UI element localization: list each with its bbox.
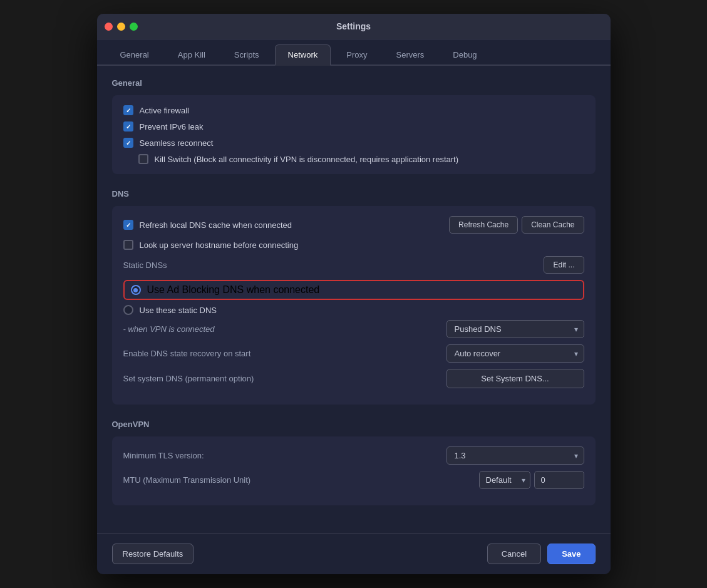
lookup-server-row: Look up server hostname before connectin…: [123, 240, 584, 250]
titlebar: Settings: [97, 14, 611, 39]
static-dns-row: Static DNSs Edit ...: [123, 256, 584, 274]
tls-version-row: Minimum TLS version: 1.3: [123, 446, 584, 465]
mtu-inputs: Default: [479, 471, 584, 489]
refresh-dns-label-group: Refresh local DNS cache when connected: [123, 220, 443, 230]
kill-switch-checkbox[interactable]: [138, 154, 148, 164]
refresh-cache-button[interactable]: Refresh Cache: [449, 216, 518, 234]
ad-blocking-dns-label: Use Ad Blocking DNS when connected: [147, 284, 320, 296]
general-section: General Active firewall Prevent IPv6 lea…: [112, 78, 596, 174]
mtu-value-input[interactable]: [534, 471, 584, 489]
dns-recovery-dropdown[interactable]: Auto recover: [446, 344, 584, 363]
active-firewall-row: Active firewall: [123, 105, 584, 115]
mtu-label: MTU (Maximum Transmission Unit): [123, 475, 251, 485]
settings-content: General Active firewall Prevent IPv6 lea…: [97, 66, 611, 533]
when-vpn-label: - when VPN is connected: [123, 324, 215, 334]
seamless-reconnect-row: Seamless reconnect: [123, 138, 584, 148]
refresh-dns-label: Refresh local DNS cache when connected: [140, 220, 292, 230]
dns-section-title: DNS: [112, 189, 596, 199]
kill-switch-row: Kill Switch (Block all connectivity if V…: [123, 154, 584, 164]
lookup-server-checkbox[interactable]: [123, 240, 133, 250]
seamless-reconnect-label: Seamless reconnect: [140, 138, 214, 148]
tab-general[interactable]: General: [107, 44, 162, 64]
restore-defaults-button[interactable]: Restore Defaults: [112, 544, 194, 564]
lookup-server-label: Look up server hostname before connectin…: [140, 240, 299, 250]
dns-section: DNS Refresh local DNS cache when connect…: [112, 189, 596, 405]
openvpn-section-box: Minimum TLS version: 1.3 MTU (Maximum Tr…: [112, 436, 596, 505]
ad-blocking-dns-wrapper: Use Ad Blocking DNS when connected: [123, 280, 584, 300]
set-system-dns-row: Set system DNS (permanent option) Set Sy…: [123, 369, 584, 388]
general-section-box: Active firewall Prevent IPv6 leak Seamle…: [112, 95, 596, 174]
dns-recovery-dropdown-wrapper: Auto recover: [446, 344, 584, 363]
seamless-reconnect-checkbox[interactable]: [123, 138, 133, 148]
set-system-dns-button[interactable]: Set System DNS...: [446, 369, 584, 388]
mtu-type-wrapper: Default: [479, 471, 530, 489]
tab-servers[interactable]: Servers: [383, 44, 437, 64]
close-button[interactable]: [105, 23, 113, 31]
tab-network[interactable]: Network: [275, 44, 331, 66]
when-vpn-dropdown-wrapper: Pushed DNS: [446, 320, 584, 338]
save-button[interactable]: Save: [547, 544, 595, 564]
tls-version-label: Minimum TLS version:: [123, 451, 204, 460]
active-firewall-label: Active firewall: [140, 106, 189, 115]
kill-switch-label: Kill Switch (Block all connectivity if V…: [155, 155, 459, 164]
refresh-dns-row: Refresh local DNS cache when connected R…: [123, 216, 584, 234]
prevent-ipv6-row: Prevent IPv6 leak: [123, 121, 584, 132]
mtu-row: MTU (Maximum Transmission Unit) Default: [123, 471, 584, 489]
edit-button[interactable]: Edit ...: [544, 256, 584, 274]
set-system-dns-label: Set system DNS (permanent option): [123, 374, 254, 383]
ad-blocking-dns-row[interactable]: Use Ad Blocking DNS when connected: [123, 280, 584, 300]
tab-bar: General App Kill Scripts Network Proxy S…: [97, 39, 611, 66]
prevent-ipv6-label: Prevent IPv6 leak: [140, 122, 204, 132]
ad-blocking-dns-radio[interactable]: [131, 285, 141, 295]
when-vpn-dropdown[interactable]: Pushed DNS: [446, 320, 584, 338]
footer-right-buttons: Cancel Save: [487, 544, 596, 564]
static-dns-radio[interactable]: [123, 305, 133, 315]
minimize-button[interactable]: [117, 23, 125, 31]
tls-version-dropdown-wrapper: 1.3: [446, 446, 584, 465]
when-vpn-row: - when VPN is connected Pushed DNS: [123, 320, 584, 338]
static-dns-radio-label: Use these static DNS: [140, 306, 217, 315]
clean-cache-button[interactable]: Clean Cache: [522, 216, 584, 234]
tab-scripts[interactable]: Scripts: [221, 44, 272, 64]
window-title: Settings: [336, 21, 371, 31]
mtu-type-select[interactable]: Default: [479, 471, 530, 489]
openvpn-section-title: OpenVPN: [112, 420, 596, 429]
static-dns-label: Static DNSs: [123, 260, 167, 270]
active-firewall-checkbox[interactable]: [123, 105, 133, 115]
openvpn-section: OpenVPN Minimum TLS version: 1.3 MTU (Ma…: [112, 420, 596, 505]
refresh-dns-checkbox[interactable]: [123, 220, 133, 230]
dns-cache-buttons: Refresh Cache Clean Cache: [449, 216, 584, 234]
traffic-lights: [105, 23, 138, 31]
static-dns-radio-row: Use these static DNS: [123, 305, 584, 315]
tab-appkill[interactable]: App Kill: [165, 44, 219, 64]
maximize-button[interactable]: [130, 23, 138, 31]
cancel-button[interactable]: Cancel: [487, 544, 541, 564]
prevent-ipv6-checkbox[interactable]: [123, 121, 133, 132]
tab-debug[interactable]: Debug: [440, 44, 490, 64]
dns-recovery-row: Enable DNS state recovery on start Auto …: [123, 344, 584, 363]
general-section-title: General: [112, 78, 596, 88]
dns-section-box: Refresh local DNS cache when connected R…: [112, 206, 596, 405]
tab-proxy[interactable]: Proxy: [333, 44, 380, 64]
settings-window: Settings General App Kill Scripts Networ…: [97, 14, 611, 574]
tls-version-dropdown[interactable]: 1.3: [446, 446, 584, 465]
footer: Restore Defaults Cancel Save: [97, 533, 611, 574]
dns-recovery-label: Enable DNS state recovery on start: [123, 349, 251, 358]
